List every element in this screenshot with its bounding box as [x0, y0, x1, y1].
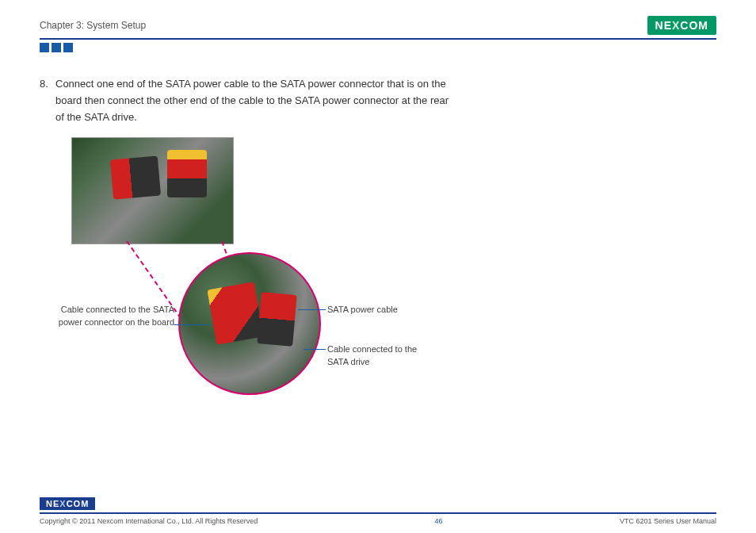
header-rule: [40, 38, 716, 40]
footer-rule: [40, 512, 716, 514]
chapter-title: Chapter 3: System Setup: [40, 20, 146, 31]
overview-photo: [71, 137, 234, 244]
decorative-squares: [40, 43, 716, 52]
copyright: Copyright © 2011 Nexcom International Co…: [40, 517, 258, 525]
document-title: VTC 6201 Series User Manual: [620, 517, 716, 525]
leader-line: [174, 324, 210, 325]
callout-power-cable: SATA power cable: [327, 304, 398, 316]
page-number: 46: [435, 517, 443, 525]
diagram-area: Cable connected to the SATA power connec…: [40, 137, 716, 423]
step-number: 8.: [40, 76, 55, 125]
callout-drive-cable: Cable connected to the SATA drive: [327, 343, 422, 368]
leader-line: [298, 309, 326, 310]
footer-logo: NEXCOM: [40, 497, 95, 510]
step-8: 8. Connect one end of the SATA power cab…: [40, 76, 716, 125]
step-text: Connect one end of the SATA power cable …: [55, 76, 452, 125]
callout-board-connector: Cable connected to the SATA power connec…: [40, 304, 174, 328]
brand-logo: NEXCOM: [647, 16, 716, 35]
leader-line: [304, 349, 326, 350]
detail-photo: [178, 252, 321, 395]
